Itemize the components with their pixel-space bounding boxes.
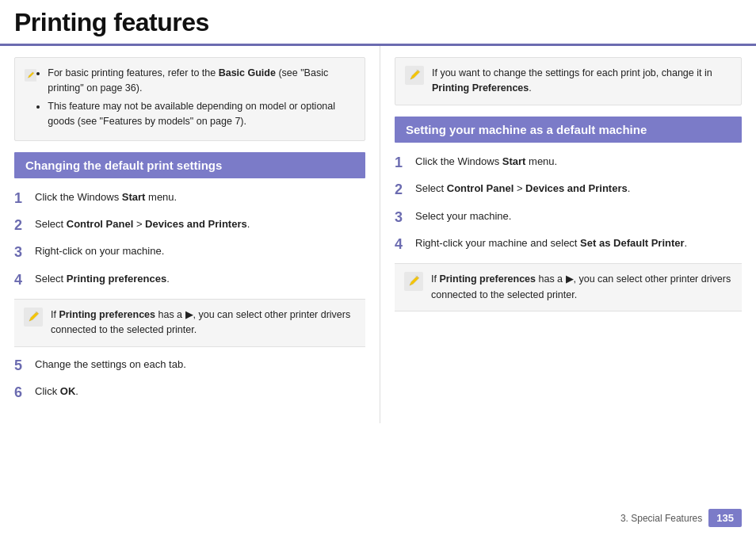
- right-steps: 1 Click the Windows Start menu. 2 Select…: [395, 154, 742, 254]
- step-num: 4: [395, 235, 415, 254]
- right-note-box: If you want to change the settings for e…: [395, 57, 742, 105]
- left-steps-1: 1 Click the Windows Start menu. 2 Select…: [14, 189, 365, 290]
- step-text: Click OK.: [35, 384, 365, 399]
- step-item: 3 Right-click on your machine.: [14, 243, 365, 262]
- step-text: Select Control Panel > Devices and Print…: [35, 216, 365, 232]
- right-note-text: If you want to change the settings for e…: [432, 66, 731, 97]
- step-item: 4 Right-click your machine and select Se…: [395, 235, 742, 254]
- step-text: Click the Windows Start menu.: [415, 154, 742, 170]
- step-num: 1: [395, 154, 415, 172]
- left-inline-note-text: If Printing preferences has a ▶, you can…: [51, 308, 356, 338]
- step-item: 1 Click the Windows Start menu.: [395, 154, 742, 172]
- footer-label: 3. Special Features: [620, 513, 702, 524]
- step-text: Click the Windows Start menu.: [35, 189, 365, 205]
- step-num: 3: [395, 208, 415, 227]
- page-header: Printing features: [0, 0, 756, 46]
- step-text: Select Printing preferences.: [35, 271, 365, 287]
- step-num: 5: [14, 357, 35, 375]
- right-inline-note-text: If Printing preferences has a ▶, you can…: [431, 272, 732, 303]
- step-text: Change the settings on each tab.: [35, 357, 365, 373]
- right-section-header: Setting your machine as a default machin…: [395, 117, 742, 143]
- step-item: 6 Click OK.: [14, 384, 365, 402]
- step-item: 3 Select your machine.: [395, 208, 742, 227]
- right-column: If you want to change the settings for e…: [380, 46, 756, 423]
- page-footer: 3. Special Features 135: [620, 509, 742, 527]
- step-item: 2 Select Control Panel > Devices and Pri…: [395, 181, 742, 199]
- page-title: Printing features: [14, 8, 742, 37]
- left-steps-2: 5 Change the settings on each tab. 6 Cli…: [14, 357, 365, 403]
- right-inline-note: If Printing preferences has a ▶, you can…: [395, 263, 742, 311]
- left-section-header: Changing the default print settings: [14, 152, 365, 178]
- page-number-badge: 135: [708, 509, 742, 527]
- step-text: Select your machine.: [415, 208, 742, 224]
- step-num: 3: [14, 243, 35, 262]
- step-item: 2 Select Control Panel > Devices and Pri…: [14, 216, 365, 235]
- step-text: Select Control Panel > Devices and Print…: [415, 181, 742, 197]
- step-item: 1 Click the Windows Start menu.: [14, 189, 365, 208]
- main-content: For basic printing features, refer to th…: [0, 46, 756, 423]
- step-text: Right-click on your machine.: [35, 243, 365, 259]
- step-num: 2: [395, 181, 415, 199]
- note-icon: [24, 308, 43, 327]
- step-num: 2: [14, 216, 35, 235]
- left-note-box: For basic printing features, refer to th…: [14, 57, 365, 141]
- step-num: 1: [14, 189, 35, 208]
- note-icon: [405, 66, 424, 85]
- step-num: 6: [14, 384, 35, 402]
- left-column: For basic printing features, refer to th…: [0, 46, 380, 423]
- step-text: Right-click your machine and select Set …: [415, 235, 742, 251]
- page: Printing features For basic printing fea…: [0, 0, 756, 535]
- note-icon: [25, 66, 36, 85]
- step-item: 5 Change the settings on each tab.: [14, 357, 365, 375]
- step-num: 4: [14, 271, 35, 289]
- left-inline-note: If Printing preferences has a ▶, you can…: [14, 299, 365, 347]
- note-icon: [404, 272, 423, 291]
- step-item: 4 Select Printing preferences.: [14, 271, 365, 289]
- left-note-text: For basic printing features, refer to th…: [36, 66, 355, 132]
